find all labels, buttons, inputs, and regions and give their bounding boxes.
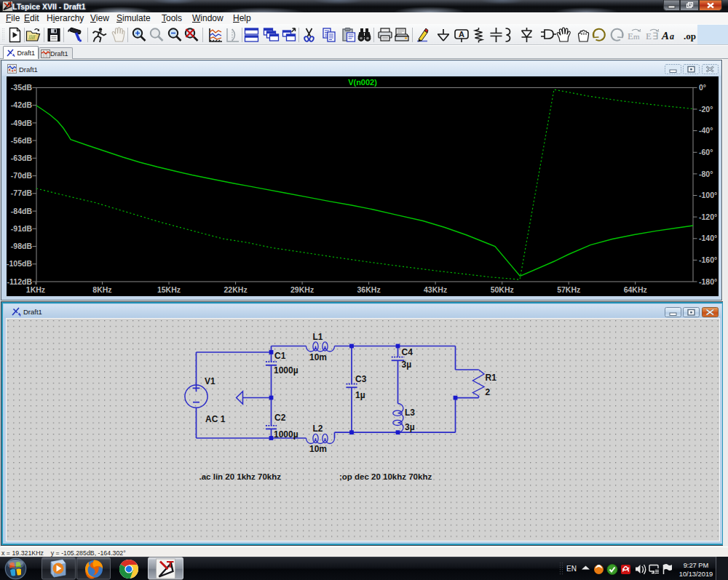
svg-text:-160°: -160° xyxy=(699,255,717,264)
svg-text:V(n002): V(n002) xyxy=(348,78,377,87)
svg-text:36KHz: 36KHz xyxy=(357,285,381,294)
svg-text:C3: C3 xyxy=(355,374,367,384)
svg-text:-120°: -120° xyxy=(699,212,717,221)
svg-text:-77dB: -77dB xyxy=(11,188,33,197)
svg-text:1µ: 1µ xyxy=(355,390,365,400)
svg-text:∃: ∃ xyxy=(652,31,658,41)
svg-text:8KHz: 8KHz xyxy=(92,285,111,294)
svg-text:10/13/2019: 10/13/2019 xyxy=(679,571,713,578)
svg-text:;op dec 20 10khz 70khz: ;op dec 20 10khz 70khz xyxy=(339,472,432,481)
svg-text:-105dB: -105dB xyxy=(7,259,32,268)
svg-text:64KHz: 64KHz xyxy=(624,285,647,294)
svg-text:E: E xyxy=(646,31,652,41)
svg-text:AC 1: AC 1 xyxy=(205,414,226,424)
svg-text:2: 2 xyxy=(486,387,491,397)
svg-text:22KHz: 22KHz xyxy=(224,285,248,294)
svg-text:-80°: -80° xyxy=(699,170,713,178)
svg-text:R1: R1 xyxy=(486,373,497,383)
svg-text:50KHz: 50KHz xyxy=(491,285,514,294)
svg-text:A: A xyxy=(459,30,464,39)
svg-text:C2: C2 xyxy=(274,413,286,423)
svg-text:E: E xyxy=(628,31,633,41)
svg-text:-84dB: -84dB xyxy=(11,207,33,215)
svg-text:1000µ: 1000µ xyxy=(274,429,298,440)
svg-text:10m: 10m xyxy=(309,352,327,362)
svg-text:3µ: 3µ xyxy=(405,422,415,432)
svg-text:L2: L2 xyxy=(313,424,323,434)
svg-text:-42dB: -42dB xyxy=(11,100,33,109)
svg-text:57KHz: 57KHz xyxy=(557,285,580,294)
svg-text:-100°: -100° xyxy=(699,191,717,199)
svg-text:V1: V1 xyxy=(205,376,215,386)
svg-text:.op: .op xyxy=(684,31,696,41)
svg-text:-91dB: -91dB xyxy=(11,224,33,233)
svg-text:-70dB: -70dB xyxy=(11,171,33,180)
svg-text:9:27 PM: 9:27 PM xyxy=(684,562,709,569)
svg-text:-98dB: -98dB xyxy=(11,242,33,250)
svg-text:L1: L1 xyxy=(313,332,323,342)
svg-text:-180°: -180° xyxy=(699,277,717,286)
svg-text:29KHz: 29KHz xyxy=(290,285,314,294)
svg-text:-140°: -140° xyxy=(699,234,717,242)
svg-text:L3: L3 xyxy=(405,408,415,418)
svg-text:43KHz: 43KHz xyxy=(424,285,447,294)
svg-text:EN: EN xyxy=(566,565,577,573)
svg-text:-40°: -40° xyxy=(699,126,713,135)
svg-text:15KHz: 15KHz xyxy=(157,285,181,294)
svg-text:1000µ: 1000µ xyxy=(274,365,298,376)
svg-text:10m: 10m xyxy=(309,444,327,454)
svg-text:-60°: -60° xyxy=(699,148,713,156)
svg-text:C4: C4 xyxy=(402,347,414,357)
svg-text:0°: 0° xyxy=(699,83,706,92)
svg-text:3µ: 3µ xyxy=(402,359,412,370)
svg-text:-56dB: -56dB xyxy=(11,136,33,145)
svg-text:a: a xyxy=(670,31,674,41)
svg-text:-20°: -20° xyxy=(699,105,713,114)
svg-text:m: m xyxy=(633,32,640,41)
svg-text:-49dB: -49dB xyxy=(11,119,33,127)
svg-text:1KHz: 1KHz xyxy=(26,285,45,294)
svg-text:.ac lin 20 1khz 70khz: .ac lin 20 1khz 70khz xyxy=(199,472,282,481)
svg-text:-35dB: -35dB xyxy=(11,83,33,92)
svg-text:C1: C1 xyxy=(274,351,286,361)
svg-text:A: A xyxy=(661,30,669,41)
svg-text:-63dB: -63dB xyxy=(11,154,33,162)
